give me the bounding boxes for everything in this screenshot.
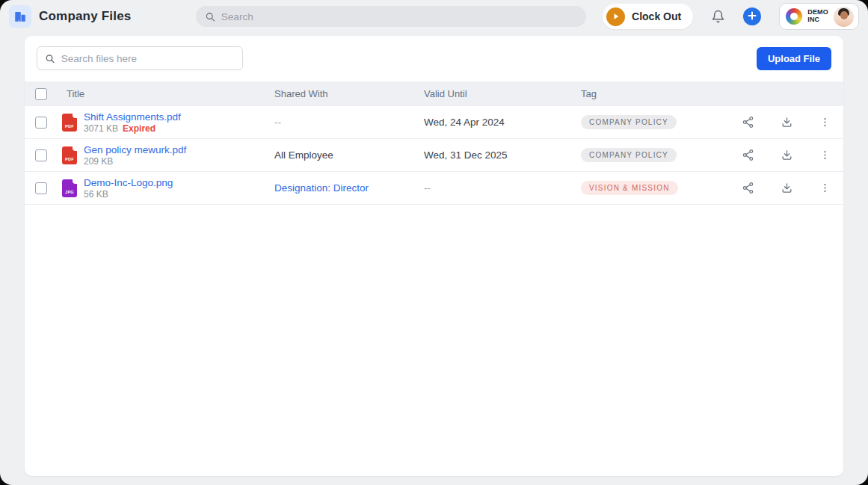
pdf-file-icon: PDF [62,146,77,164]
more-options-button[interactable] [819,149,831,161]
file-meta: 56 KB [84,189,173,200]
file-size: 3071 KB [84,123,118,134]
clock-out-button[interactable]: Clock Out [603,4,693,29]
more-options-button[interactable] [819,182,831,194]
tag-badge: VISION & MISSION [581,181,678,195]
avatar[interactable] [834,7,854,27]
global-search-input[interactable] [221,11,577,22]
add-button[interactable] [743,7,761,25]
column-tag: Tag [581,88,723,99]
kebab-menu-icon [819,117,831,128]
more-options-button[interactable] [819,117,831,128]
file-title-link[interactable]: Gen policy mewurk.pdf [84,144,186,155]
building-icon [13,10,27,23]
files-toolbar: Upload File [25,36,843,79]
company-switcher[interactable]: DEMO INC [779,3,859,30]
shared-with-value: All Employee [274,149,424,161]
tag-badge: COMPANY POLICY [581,115,677,129]
share-button[interactable] [742,116,754,129]
file-meta: 3071 KB Expired [84,123,181,134]
download-button[interactable] [781,149,793,161]
company-logo-icon [786,8,802,25]
pdf-file-icon: PDF [62,114,77,132]
file-search[interactable] [37,46,243,70]
file-size: 56 KB [84,189,108,200]
shared-with-link[interactable]: Designation: Director [274,182,369,194]
global-search[interactable] [196,6,586,27]
file-title-link[interactable]: Shift Assignments.pdf [84,111,181,123]
page-title: Company Files [39,9,132,24]
kebab-menu-icon [819,149,831,161]
search-icon [205,11,215,22]
top-header: Company Files Clock Out [0,0,868,33]
share-icon [742,116,754,129]
share-icon [742,149,754,161]
plus-icon [748,11,757,20]
tag-badge: COMPANY POLICY [581,148,677,162]
table-row: PDF Gen policy mewurk.pdf 209 KB All Emp… [25,139,843,172]
valid-until-value: Wed, 24 Apr 2024 [424,117,581,128]
download-icon [781,116,793,129]
row-checkbox[interactable] [35,117,47,129]
app-logo [9,5,31,28]
download-button[interactable] [781,116,793,129]
table-header: Title Shared With Valid Until Tag [25,81,843,106]
file-size: 209 KB [84,156,113,167]
file-title-link[interactable]: Demo-Inc-Logo.png [84,177,173,188]
app-window: Company Files Clock Out [0,0,868,485]
column-shared-with: Shared With [274,88,424,99]
play-icon [606,7,625,26]
search-icon [45,53,55,64]
select-all-checkbox[interactable] [35,88,47,100]
download-button[interactable] [781,182,793,194]
share-button[interactable] [742,182,754,194]
share-icon [742,182,754,194]
row-checkbox[interactable] [35,182,47,194]
column-title: Title [62,88,274,99]
row-checkbox[interactable] [35,149,47,161]
company-name: DEMO INC [807,9,828,24]
column-valid-until: Valid Until [424,88,581,99]
top-right-actions: Clock Out DEMO INC [603,3,859,30]
notifications-button[interactable] [711,10,725,24]
download-icon [781,149,793,161]
valid-until-value: -- [424,182,581,194]
status-badge: Expired [123,123,156,134]
share-button[interactable] [742,149,754,161]
shared-with-value: -- [274,117,424,128]
content-card: Upload File Title Shared With Valid Unti… [25,36,843,476]
table-row: JPG Demo-Inc-Logo.png 56 KB Designation:… [25,172,843,205]
kebab-menu-icon [819,182,831,194]
file-search-input[interactable] [61,53,235,64]
valid-until-value: Wed, 31 Dec 2025 [424,149,581,161]
image-file-icon: JPG [62,179,77,197]
clock-out-label: Clock Out [632,10,681,22]
download-icon [781,182,793,194]
bell-icon [711,10,725,24]
table-row: PDF Shift Assignments.pdf 3071 KB Expire… [25,106,843,139]
upload-file-button[interactable]: Upload File [757,47,831,70]
file-meta: 209 KB [84,156,186,167]
